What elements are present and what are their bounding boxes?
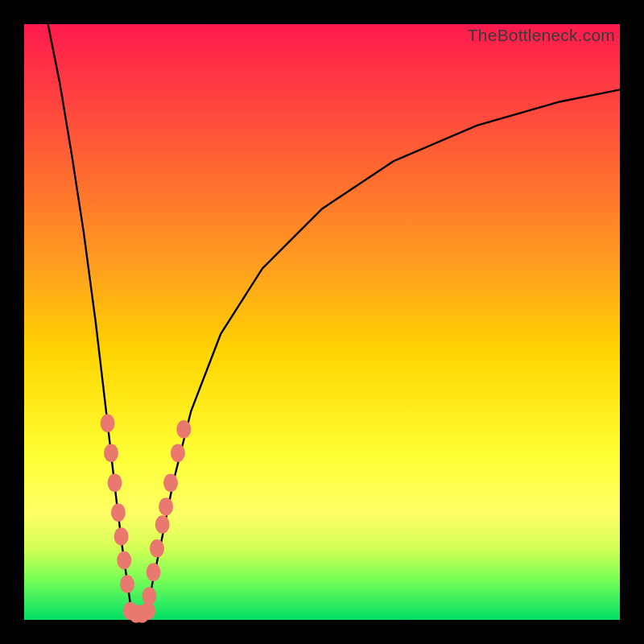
data-marker	[176, 420, 191, 439]
data-marker	[111, 504, 126, 522]
data-marker	[155, 515, 170, 534]
data-marker	[171, 444, 185, 463]
data-marker	[150, 539, 164, 558]
data-marker	[104, 444, 118, 463]
curve-right-branch	[147, 89, 620, 620]
data-marker	[117, 551, 131, 570]
data-marker	[120, 575, 134, 593]
data-marker	[159, 497, 173, 516]
data-markers	[101, 415, 192, 623]
data-marker	[147, 564, 161, 582]
chart-svg	[0, 0, 644, 644]
data-marker	[142, 587, 156, 605]
data-marker	[101, 415, 115, 433]
data-marker	[114, 527, 129, 546]
data-marker	[108, 474, 122, 493]
outer-frame: TheBottleneck.com	[0, 0, 644, 644]
data-marker	[163, 474, 178, 493]
